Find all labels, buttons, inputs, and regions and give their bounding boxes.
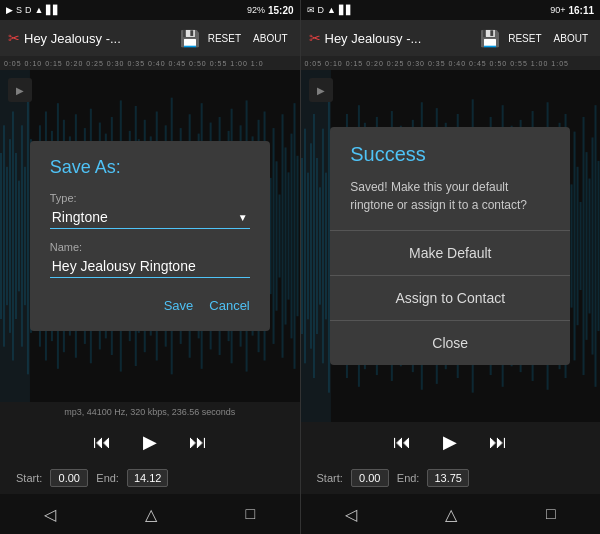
toolbar-1: ✂ Hey Jealousy -... 💾 RESET ABOUT <box>0 20 300 56</box>
about-btn-2[interactable]: ABOUT <box>550 31 592 46</box>
cancel-button[interactable]: Cancel <box>209 294 249 317</box>
status-bar-1: ▶ S D ▲ ▋▋ 92% 15:20 <box>0 0 300 20</box>
wifi-icon-2: ▲ <box>327 5 336 15</box>
play-btn-2[interactable]: ▶ <box>443 431 457 453</box>
reset-btn-2[interactable]: RESET <box>504 31 545 46</box>
nav-bar-1: ◁ △ □ <box>0 494 300 534</box>
success-dialog-overlay: Success Saved! Make this your default ri… <box>301 70 601 422</box>
bluetooth-icon: D <box>25 5 32 15</box>
signal-icon: ▶ <box>6 5 13 15</box>
recent-btn-2[interactable]: □ <box>546 505 556 523</box>
app-title-1: Hey Jealousy -... <box>24 31 176 46</box>
prev-btn-1[interactable]: ⏮ <box>93 432 111 453</box>
toolbar-2: ✂ Hey Jealousy -... 💾 RESET ABOUT <box>301 20 601 56</box>
scissors-icon-2: ✂ <box>309 30 321 46</box>
start-value-2: 0.00 <box>351 469 389 487</box>
end-value-2: 13.75 <box>427 469 469 487</box>
close-button[interactable]: Close <box>330 320 570 365</box>
home-btn-2[interactable]: △ <box>445 505 457 524</box>
success-title: Success <box>330 143 570 166</box>
save-dialog-title: Save As: <box>50 157 250 178</box>
end-label-2: End: <box>397 472 420 484</box>
next-btn-2[interactable]: ⏭ <box>489 432 507 453</box>
battery-2: 90+ <box>550 5 565 15</box>
save-icon-2[interactable]: 💾 <box>480 29 500 48</box>
screen-1: ▶ S D ▲ ▋▋ 92% 15:20 ✂ Hey Jealousy -...… <box>0 0 300 534</box>
start-value-1: 0.00 <box>50 469 88 487</box>
signal-icon-2: ▋▋ <box>339 5 353 15</box>
end-label-1: End: <box>96 472 119 484</box>
type-label: Type: <box>50 192 250 204</box>
type-select[interactable]: Ringtone ▼ <box>50 206 250 229</box>
dropdown-arrow: ▼ <box>238 212 248 223</box>
back-btn-2[interactable]: ◁ <box>345 505 357 524</box>
reset-btn-1[interactable]: RESET <box>204 31 245 46</box>
file-info-text: mp3, 44100 Hz, 320 kbps, 236.56 seconds <box>64 407 235 417</box>
signal-bars: ▋▋ <box>46 5 60 15</box>
name-label: Name: <box>50 241 250 253</box>
wifi-icon: ▲ <box>35 5 44 15</box>
time-1: 15:20 <box>268 5 294 16</box>
sd-icon: S <box>16 5 22 15</box>
msg-icon: ✉ <box>307 5 315 15</box>
transport-2: ⏮ ▶ ⏭ <box>301 422 601 462</box>
save-dialog-overlay: Save As: Type: Ringtone ▼ Name: Save Can… <box>0 70 300 402</box>
name-input[interactable] <box>50 255 250 278</box>
sd-icon-2: D <box>318 5 325 15</box>
save-button[interactable]: Save <box>164 294 194 317</box>
success-message: Saved! Make this your default ringtone o… <box>330 178 570 214</box>
type-value: Ringtone <box>52 209 108 225</box>
play-btn-1[interactable]: ▶ <box>143 431 157 453</box>
prev-btn-2[interactable]: ⏮ <box>393 432 411 453</box>
status-right-1: 92% 15:20 <box>247 5 294 16</box>
file-info: mp3, 44100 Hz, 320 kbps, 236.56 seconds <box>0 402 300 422</box>
time-2: 16:11 <box>568 5 594 16</box>
scissors-icon: ✂ <box>8 30 20 46</box>
nav-bar-2: ◁ △ □ <box>301 494 601 534</box>
save-dialog: Save As: Type: Ringtone ▼ Name: Save Can… <box>30 141 270 331</box>
back-btn-1[interactable]: ◁ <box>44 505 56 524</box>
save-icon-1[interactable]: 💾 <box>180 29 200 48</box>
app-title-2: Hey Jealousy -... <box>325 31 477 46</box>
about-btn-1[interactable]: ABOUT <box>249 31 291 46</box>
start-label-2: Start: <box>317 472 343 484</box>
status-icons-left-2: ✉ D ▲ ▋▋ <box>307 5 353 15</box>
next-btn-1[interactable]: ⏭ <box>189 432 207 453</box>
waveform-2: ▶ Success Saved! Make this your default … <box>301 70 601 422</box>
timeline-ticks-2: 0:05 0:10 0:15 0:20 0:25 0:30 0:35 0:40 … <box>305 60 569 67</box>
dialog-actions: Save Cancel <box>50 294 250 317</box>
time-bar-2: Start: 0.00 End: 13.75 <box>301 462 601 494</box>
timeline-1: 0:05 0:10 0:15 0:20 0:25 0:30 0:35 0:40 … <box>0 56 300 70</box>
waveform-1: ▶ Save As: Type: Ringtone ▼ Name: Save C… <box>0 70 300 402</box>
time-bar-1: Start: 0.00 End: 14.12 <box>0 462 300 494</box>
success-dialog: Success Saved! Make this your default ri… <box>330 127 570 365</box>
screen-2: ✉ D ▲ ▋▋ 90+ 16:11 ✂ Hey Jealousy -... 💾… <box>301 0 601 534</box>
start-label-1: Start: <box>16 472 42 484</box>
transport-1: ⏮ ▶ ⏭ <box>0 422 300 462</box>
home-btn-1[interactable]: △ <box>145 505 157 524</box>
status-right-2: 90+ 16:11 <box>550 5 594 16</box>
battery-1: 92% <box>247 5 265 15</box>
end-value-1: 14.12 <box>127 469 169 487</box>
recent-btn-1[interactable]: □ <box>246 505 256 523</box>
status-icons-left: ▶ S D ▲ ▋▋ <box>6 5 60 15</box>
assign-contact-button[interactable]: Assign to Contact <box>330 275 570 320</box>
timeline-ticks-1: 0:05 0:10 0:15 0:20 0:25 0:30 0:35 0:40 … <box>4 60 264 67</box>
timeline-2: 0:05 0:10 0:15 0:20 0:25 0:30 0:35 0:40 … <box>301 56 601 70</box>
make-default-button[interactable]: Make Default <box>330 230 570 275</box>
status-bar-2: ✉ D ▲ ▋▋ 90+ 16:11 <box>301 0 601 20</box>
